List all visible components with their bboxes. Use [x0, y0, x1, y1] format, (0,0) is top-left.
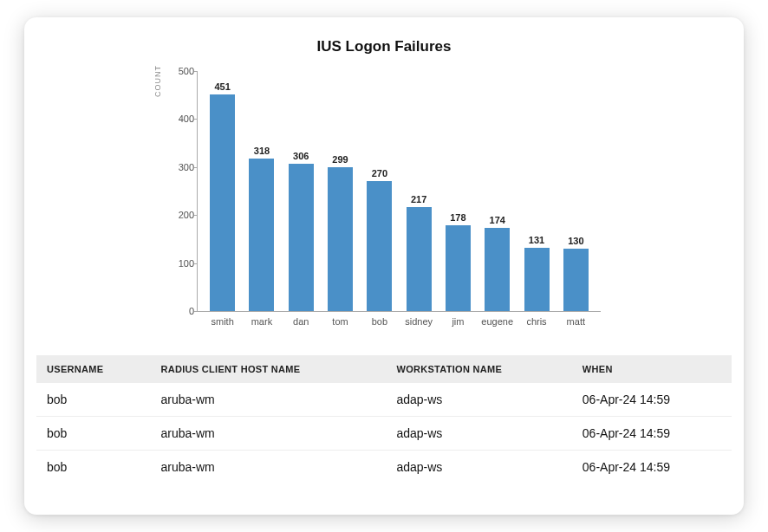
bar	[367, 181, 392, 311]
bar-category-label: tom	[332, 316, 348, 327]
bar-category-label: jim	[452, 316, 464, 327]
cell-when: 06-Apr-24 14:59	[572, 383, 732, 417]
bar-value-label: 270	[372, 168, 387, 178]
bar-slot: 178jim	[439, 71, 478, 311]
bar-slot: 131chris	[517, 71, 556, 311]
bar-value-label: 318	[254, 146, 270, 156]
cell-when: 06-Apr-24 14:59	[572, 451, 732, 484]
bar-value-label: 131	[529, 235, 544, 245]
cell-workstation: adap-ws	[386, 417, 571, 451]
table-row: bobaruba-wmadap-ws06-Apr-24 14:59	[36, 417, 732, 451]
bar	[210, 94, 235, 311]
cell-username: bob	[36, 417, 150, 451]
y-tick: 500	[168, 66, 194, 76]
bar-value-label: 451	[214, 81, 230, 92]
y-axis-label: COUNT	[153, 65, 162, 97]
bar-slot: 318mark	[242, 71, 281, 311]
y-tick: 400	[168, 114, 194, 124]
cell-radius: aruba-wm	[150, 417, 386, 451]
plot-area: 451smith318mark306dan299tom270bob217sidn…	[197, 71, 601, 312]
cell-workstation: adap-ws	[386, 383, 571, 417]
bar	[524, 248, 550, 311]
bars-group: 451smith318mark306dan299tom270bob217sidn…	[198, 71, 601, 311]
y-tick: 0	[168, 306, 194, 316]
cell-username: bob	[36, 383, 150, 417]
table-header-row: USERNAME RADIUS CLIENT HOST NAME WORKSTA…	[36, 355, 732, 383]
bar-value-label: 174	[490, 215, 505, 225]
col-workstation: WORKSTATION NAME	[386, 355, 571, 383]
details-table: USERNAME RADIUS CLIENT HOST NAME WORKSTA…	[36, 355, 732, 483]
table-row: bobaruba-wmadap-ws06-Apr-24 14:59	[36, 383, 732, 417]
y-tick: 100	[168, 258, 194, 269]
bar-slot: 270bob	[360, 71, 399, 311]
cell-radius: aruba-wm	[150, 383, 386, 417]
bar-category-label: dan	[293, 316, 309, 327]
y-tick: 300	[168, 162, 194, 172]
bar-slot: 306dan	[282, 71, 321, 311]
cell-username: bob	[36, 451, 150, 484]
bar	[563, 249, 589, 311]
cell-when: 06-Apr-24 14:59	[572, 417, 732, 451]
bar-category-label: eugene	[481, 316, 513, 327]
bar-value-label: 217	[411, 194, 426, 204]
bar-slot: 451smith	[203, 71, 242, 311]
bar-value-label: 299	[332, 154, 348, 165]
bar-category-label: matt	[567, 316, 585, 327]
cell-radius: aruba-wm	[150, 451, 386, 484]
bar-category-label: chris	[526, 316, 546, 327]
bar	[289, 164, 314, 311]
bar-slot: 299tom	[321, 71, 360, 311]
col-when: WHEN	[572, 355, 732, 383]
bar-slot: 174eugene	[478, 71, 517, 311]
table-row: bobaruba-wmadap-ws06-Apr-24 14:59	[36, 451, 732, 484]
bar-category-label: bob	[372, 316, 387, 327]
report-card: IUS Logon Failures COUNT 451smith318mark…	[24, 17, 744, 515]
cell-workstation: adap-ws	[386, 451, 571, 484]
page-title: IUS Logon Failures	[36, 38, 732, 55]
bar-category-label: mark	[251, 316, 272, 327]
y-tick: 200	[168, 210, 194, 220]
bar	[407, 207, 432, 311]
col-radius-client: RADIUS CLIENT HOST NAME	[150, 355, 386, 383]
bar-slot: 130matt	[556, 71, 596, 311]
col-username: USERNAME	[36, 355, 150, 383]
bar-category-label: sidney	[405, 316, 433, 327]
bar	[446, 225, 471, 311]
bar	[485, 228, 510, 311]
bar-slot: 217sidney	[399, 71, 438, 311]
bar	[249, 159, 274, 311]
bar-value-label: 178	[450, 212, 465, 223]
bar-value-label: 306	[293, 151, 309, 161]
chart-container: COUNT 451smith318mark306dan299tom270bob2…	[36, 62, 732, 340]
bar-category-label: smith	[212, 316, 234, 327]
bar-value-label: 130	[568, 236, 583, 246]
bar	[328, 167, 353, 311]
bar-chart: COUNT 451smith318mark306dan299tom270bob2…	[159, 62, 609, 340]
